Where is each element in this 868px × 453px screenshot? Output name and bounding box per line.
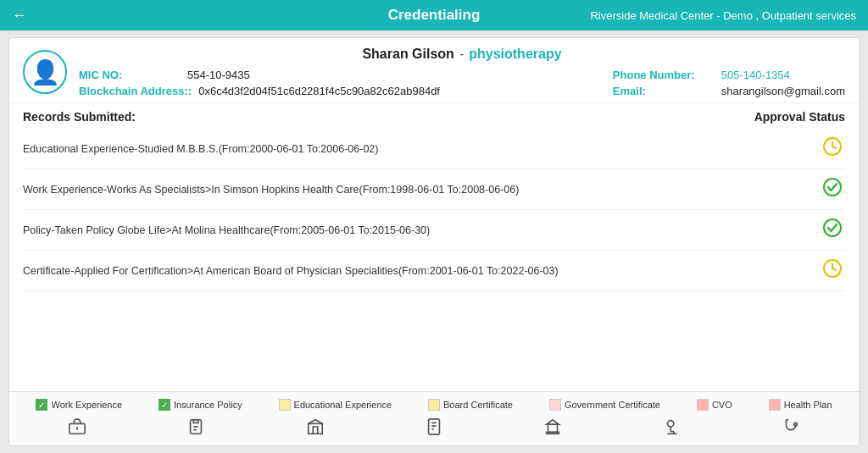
profile-section: 👤 Sharan Gilson - physiotherapy MIC NO: … xyxy=(9,38,859,103)
legend-checkbox xyxy=(697,399,709,411)
legend-label: Board Certificate xyxy=(443,400,513,410)
svg-rect-20 xyxy=(547,432,559,434)
mic-row: MIC NO: 554-10-9435 xyxy=(79,69,440,81)
legend-item: CVO xyxy=(697,399,732,411)
status-icon xyxy=(820,259,845,282)
legend-checkbox xyxy=(279,399,291,411)
phone-label: Phone Number: xyxy=(613,69,715,81)
svg-rect-14 xyxy=(429,419,440,434)
email-label: Email: xyxy=(613,85,715,97)
legend-row: ✓Work Experience✓Insurance PolicyEducati… xyxy=(18,399,850,411)
status-icon xyxy=(820,218,845,241)
records-list: Educational Experience-Studied M.B.B.S.(… xyxy=(23,129,845,291)
profile-name-row: Sharan Gilson - physiotherapy xyxy=(79,47,845,62)
profile-name: Sharan Gilson xyxy=(362,47,453,62)
legend-checkbox xyxy=(549,399,561,411)
mic-label: MIC NO: xyxy=(79,69,181,81)
record-text: Policy-Taken Policy Globe Life>At Molina… xyxy=(23,224,430,236)
profile-details: MIC NO: 554-10-9435 Blockchain Address::… xyxy=(79,69,845,97)
blockchain-value: 0x6c4d3f2d04f51c6d2281f4c5c90a82c62ab984… xyxy=(198,85,440,97)
page-title: Credentialing xyxy=(388,7,481,24)
header: ← Credentialing Riverside Medical Center… xyxy=(0,0,868,30)
avatar: 👤 xyxy=(23,50,67,94)
legend-item: Government Certificate xyxy=(549,399,660,411)
svg-line-2 xyxy=(832,146,836,148)
record-row: Certificate-Applied For Certification>At… xyxy=(23,251,845,291)
legend-item: Educational Experience xyxy=(279,399,392,411)
profile-separator: - xyxy=(459,47,464,62)
svg-rect-19 xyxy=(548,424,558,432)
blockchain-label: Blockchain Address:: xyxy=(79,85,192,97)
records-section: Records Submitted: Approval Status Educa… xyxy=(9,103,859,391)
user-icon: 👤 xyxy=(31,58,60,86)
phone-value: 505-140-1354 xyxy=(721,69,790,81)
icons-row xyxy=(18,414,850,442)
svg-point-3 xyxy=(824,179,841,196)
svg-point-4 xyxy=(824,219,841,236)
svg-rect-13 xyxy=(308,423,322,434)
record-text: Certificate-Applied For Certification>At… xyxy=(23,265,559,277)
legend-checkbox xyxy=(769,399,781,411)
legend-item: ✓Insurance Policy xyxy=(159,399,242,411)
footer-icon-2[interactable] xyxy=(264,417,366,440)
records-title: Records Submitted: xyxy=(23,110,136,124)
mic-value: 554-10-9435 xyxy=(187,69,250,81)
record-row: Educational Experience-Studied M.B.B.S.(… xyxy=(23,129,845,169)
header-left: ← xyxy=(12,7,27,25)
legend-label: Insurance Policy xyxy=(174,400,242,410)
legend-label: Government Certificate xyxy=(565,400,660,410)
blockchain-row: Blockchain Address:: 0x6c4d3f2d04f51c6d2… xyxy=(79,85,440,97)
record-text: Educational Experience-Studied M.B.B.S.(… xyxy=(23,143,378,155)
back-button[interactable]: ← xyxy=(12,7,27,25)
legend-checkbox xyxy=(428,399,440,411)
footer-icon-0[interactable] xyxy=(26,417,128,440)
status-icon xyxy=(820,178,845,201)
footer-icon-1[interactable] xyxy=(145,417,247,440)
profile-info: Sharan Gilson - physiotherapy MIC NO: 55… xyxy=(79,47,845,97)
footer-icon-5[interactable] xyxy=(621,417,723,440)
records-header: Records Submitted: Approval Status xyxy=(23,110,845,124)
profile-specialty: physiotherapy xyxy=(469,47,561,62)
legend-checkbox: ✓ xyxy=(36,399,47,411)
legend-label: Work Experience xyxy=(51,400,122,410)
email-row: Email: sharangilson@gmail.com xyxy=(613,85,845,97)
main-card: 👤 Sharan Gilson - physiotherapy MIC NO: … xyxy=(8,37,860,446)
record-row: Policy-Taken Policy Globe Life>At Molina… xyxy=(23,210,845,251)
svg-marker-18 xyxy=(547,420,559,425)
record-row: Work Experience-Works As Specialists>In … xyxy=(23,169,845,210)
legend-item: ✓Work Experience xyxy=(36,399,122,411)
detail-group-right: Phone Number: 505-140-1354 Email: sharan… xyxy=(613,69,845,97)
detail-group-left: MIC NO: 554-10-9435 Blockchain Address::… xyxy=(79,69,440,97)
legend-item: Board Certificate xyxy=(428,399,513,411)
legend-checkbox: ✓ xyxy=(159,399,170,411)
legend-item: Health Plan xyxy=(769,399,832,411)
footer-icon-4[interactable] xyxy=(502,417,604,440)
footer-icon-6[interactable] xyxy=(740,417,842,440)
legend-footer: ✓Work Experience✓Insurance PolicyEducati… xyxy=(9,391,859,445)
footer-icon-3[interactable] xyxy=(383,417,485,440)
record-text: Work Experience-Works As Specialists>In … xyxy=(23,184,519,196)
approval-title: Approval Status xyxy=(754,110,845,124)
svg-point-21 xyxy=(667,421,673,427)
svg-line-7 xyxy=(832,268,836,270)
legend-label: Educational Experience xyxy=(294,400,392,410)
legend-label: Health Plan xyxy=(784,400,832,410)
status-icon xyxy=(820,137,845,160)
legend-label: CVO xyxy=(712,400,732,410)
org-info: Riverside Medical Center - Demo , Outpat… xyxy=(590,9,856,22)
phone-row: Phone Number: 505-140-1354 xyxy=(613,69,845,81)
email-value: sharangilson@gmail.com xyxy=(721,85,845,97)
